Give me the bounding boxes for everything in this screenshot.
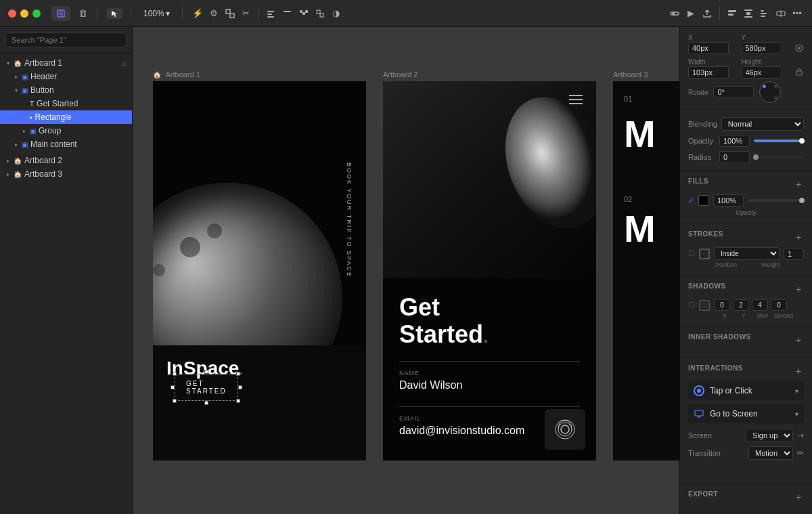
add-stroke-button[interactable]: + [793, 232, 804, 242]
blending-select[interactable]: Normal Multiply Screen [721, 117, 804, 131]
screen-select[interactable]: Sign up [746, 429, 793, 442]
navigate-icon[interactable]: ⇢ [797, 431, 804, 440]
header-item[interactable]: ▣ Header [0, 70, 132, 83]
ab1-get-started-btn[interactable]: GET STARTED [175, 374, 238, 401]
svg-rect-22 [761, 13, 767, 14]
shadow-color-swatch[interactable] [699, 300, 710, 311]
button-group-item[interactable]: ▣ Button [0, 83, 132, 97]
tap-click-icon [694, 385, 704, 396]
fills-title: FILLS [688, 177, 708, 185]
tap-click-dropdown[interactable]: ▾ [795, 387, 798, 395]
main-content-item[interactable]: ▣ Main content [0, 137, 132, 151]
radius-label: Radius [688, 153, 715, 161]
selection-handles [173, 372, 240, 403]
svg-rect-8 [284, 11, 290, 12]
stroke-color-swatch[interactable] [699, 249, 710, 259]
shadow-y-input[interactable] [733, 299, 749, 311]
ab2-fingerprint[interactable] [545, 409, 585, 450]
edit-transition-icon[interactable]: ✏ [797, 448, 804, 458]
add-inner-shadow-button[interactable]: + [793, 335, 804, 345]
group-item[interactable]: ▣ Group [0, 124, 132, 137]
scissors-icon[interactable]: ✂ [240, 7, 253, 20]
goto-screen-item[interactable]: Go to Screen ▾ [688, 404, 804, 423]
close-button[interactable] [8, 9, 16, 18]
artboard-1-frame[interactable]: Book Your Trip To Space InSpace. GET STA… [153, 81, 366, 461]
arrange-icon[interactable] [313, 7, 327, 20]
fill-color-swatch[interactable] [698, 195, 709, 206]
link-icon[interactable] [794, 43, 804, 55]
distribute-icon[interactable] [297, 7, 311, 20]
link-icon[interactable] [668, 7, 681, 20]
height-field-group: Height [742, 58, 791, 79]
align-left-icon[interactable] [265, 7, 278, 20]
screen-row: Screen Sign up ⇢ [688, 429, 804, 442]
zoom-control[interactable]: 100% ▾ [139, 7, 174, 20]
ab2-hamburger-menu[interactable] [569, 95, 583, 104]
share-icon[interactable] [700, 7, 714, 20]
artboard-1-canvas-label: 🏠 Artboard 1 [153, 70, 200, 79]
shadow-checkbox[interactable]: ☐ [688, 301, 695, 309]
select-tool[interactable] [106, 8, 122, 19]
more-icon[interactable]: ••• [790, 7, 804, 20]
artboard-3-item[interactable]: 🏠 Artboard 3 [0, 167, 132, 181]
svg-rect-33 [695, 410, 703, 416]
blend-icon[interactable]: ◑ [330, 7, 343, 20]
spacing-icon[interactable] [774, 7, 788, 20]
align-center-icon[interactable] [281, 7, 294, 20]
lightning-icon[interactable]: ⚡ [191, 7, 204, 20]
canvas[interactable]: 🏠 Artboard 1 Artboard 2 Artboard 3 [133, 27, 679, 514]
height-input[interactable] [742, 66, 782, 79]
opacity-input[interactable] [719, 135, 750, 147]
artboard-1-item[interactable]: 🏠 Artboard 1 ⌂ [0, 56, 132, 70]
fill-opacity-input[interactable] [713, 194, 744, 207]
shadow-x-input[interactable] [714, 299, 730, 311]
get-started-text-item[interactable]: T Get Started [0, 97, 132, 110]
goto-screen-dropdown[interactable]: ▾ [795, 410, 798, 418]
add-fill-button[interactable]: + [793, 179, 804, 190]
add-interaction-button[interactable]: + [793, 366, 804, 377]
tap-click-item[interactable]: Tap or Click ▾ [688, 381, 804, 400]
x-input[interactable] [688, 42, 729, 54]
opacity-slider[interactable] [719, 135, 804, 147]
maximize-button[interactable] [32, 9, 41, 18]
stroke-position-select[interactable]: Inside Outside Center [714, 247, 780, 260]
layers-icon[interactable] [51, 6, 70, 21]
rectangle-item[interactable]: ▪ Rectangle [0, 110, 132, 124]
artboard-3-frame[interactable]: 01 M 02 M [613, 81, 679, 461]
fill-checkbox[interactable]: ✓ [688, 196, 694, 205]
search-input[interactable] [5, 33, 127, 47]
shadow-spread-input[interactable] [771, 299, 787, 311]
position-label: Position [715, 261, 737, 268]
rotate-input[interactable] [713, 86, 754, 98]
add-export-button[interactable]: + [793, 492, 804, 502]
artboard-2-frame[interactable]: Get Started. NAME David Wilson EMAIL dav… [383, 81, 596, 461]
artboard-1-label: Artboard 1 [24, 58, 62, 68]
settings-icon[interactable]: ⚙ [207, 7, 221, 20]
ab3-02-label: 02 [624, 195, 632, 203]
add-shadow-button[interactable]: + [793, 284, 804, 295]
svg-rect-19 [744, 16, 752, 18]
stroke-weight-input[interactable] [784, 248, 804, 260]
svg-rect-13 [320, 14, 323, 17]
shadow-blur-input[interactable] [752, 299, 768, 311]
inner-shadows-section: INNER SHADOWS + [680, 326, 812, 358]
minimize-button[interactable] [20, 9, 28, 18]
play-icon[interactable]: ▶ [684, 7, 698, 20]
inspect-icon[interactable] [758, 7, 771, 20]
lock-proportions-icon[interactable] [794, 67, 804, 79]
distribute-v-icon[interactable] [742, 7, 755, 20]
align-panel-icon[interactable] [725, 7, 739, 20]
stroke-checkbox[interactable]: ☐ [688, 249, 695, 258]
width-input[interactable] [688, 66, 729, 79]
transition-label: Transition [688, 449, 721, 457]
transition-select[interactable]: Motion Slide Fade [748, 446, 793, 460]
artboard-2-item[interactable]: 🏠 Artboard 2 [0, 154, 132, 167]
svg-rect-4 [267, 11, 274, 12]
radius-input[interactable] [719, 151, 750, 163]
transform-icon[interactable] [223, 7, 237, 20]
rotate-wheel[interactable] [759, 81, 781, 103]
svg-point-28 [558, 423, 572, 436]
trash-icon[interactable]: 🗑 [76, 7, 89, 20]
radius-slider[interactable] [719, 151, 804, 163]
y-input[interactable] [742, 42, 782, 54]
